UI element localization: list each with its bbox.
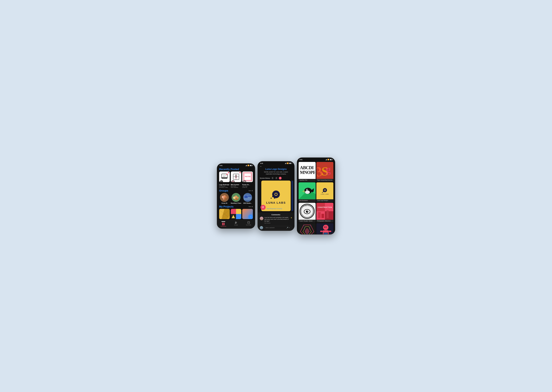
comments-section: Comments: Love the forms and symbolism, … [258, 212, 294, 225]
grid-item-learn-visually[interactable]: ·LEARN·VISUA· "Learn Visually" Sticker [299, 203, 316, 222]
my-project-thumb-2[interactable] [231, 209, 241, 219]
svg-point-71 [324, 190, 326, 191]
project-image-wrapper: LUNA LABS View Responses To Survey [259, 181, 293, 211]
wifi-icon-3: 📶 [327, 159, 329, 161]
svg-rect-37 [222, 223, 223, 224]
version-history-bar: Version History 1 2 3 [258, 176, 294, 181]
groups-see-all[interactable]: See all [248, 190, 253, 191]
version-dot-3[interactable]: 3 [279, 177, 282, 180]
thumb-poster: POSTER [242, 171, 253, 182]
comment-input-field[interactable]: Add a comment 🎤 ✏ [264, 226, 292, 230]
card-meta-1: Logo Redesign Leo Browne Branding 2 Clas… [219, 182, 230, 188]
groups-row: Group 4A Branding 2 Class [217, 193, 255, 204]
web-symbol-icon [232, 173, 240, 180]
version-dot-2[interactable]: 2 [275, 177, 278, 180]
group-name-2: Branding 2 Class [231, 203, 241, 204]
mic-icon[interactable]: 🎤 [286, 227, 288, 229]
thumb-logo-redesign [219, 171, 230, 182]
my-projects-title: My Projects [219, 205, 233, 208]
group-avatar-2 [232, 193, 240, 202]
detail-title: Luna Logo Designs [260, 168, 292, 170]
group-name-1: Group 4A [219, 203, 230, 204]
survey-link[interactable]: View Responses To Survey [267, 208, 282, 210]
grid-item-figure[interactable] [316, 223, 333, 234]
svg-point-72 [323, 191, 324, 192]
groups-icon-1 [235, 221, 237, 224]
thumb-web-symbol [231, 171, 241, 182]
survey-button[interactable] [261, 205, 266, 210]
card-web-symbol[interactable]: Web Symbol Mia Green 2024 Students [231, 171, 241, 188]
grid-item-type-overprint[interactable]: 3 S g Type Overprinting Exercise [316, 162, 333, 182]
status-icons-3: 📶 [326, 159, 332, 161]
comment-input-row: Add a comment 🎤 ✏ [258, 225, 294, 231]
group-item-1[interactable]: Group 4A [219, 193, 230, 204]
battery-icon-1 [250, 165, 252, 166]
status-icons-1: 📶 [246, 165, 252, 166]
svg-point-96 [323, 225, 328, 230]
signal-icon-3 [326, 159, 327, 160]
svg-point-20 [224, 198, 226, 200]
card-meta-3: Poster Se... Alex Gray Group 4a [242, 182, 253, 188]
group-avatar-1 [220, 193, 229, 202]
my-projects-see-all[interactable]: See all [248, 206, 253, 207]
svg-rect-100 [320, 231, 323, 232]
draw-icon[interactable]: ✏ [289, 227, 290, 229]
luna-logo-svg [268, 187, 284, 200]
grid-item-branding[interactable]: Branding Class [299, 223, 316, 234]
card-poster[interactable]: POSTER Poster Se... Alex Gray Group 4a [242, 171, 253, 188]
time-2: 9:41 [260, 162, 263, 164]
svg-rect-38 [224, 223, 225, 224]
nav-label-dashboard-1: Dashboard [221, 226, 226, 227]
grid-item-bird[interactable]: Bird Illustration [299, 182, 316, 202]
branding-thumb [299, 223, 316, 234]
grid-item-construction[interactable]: CONSTRUCTION Photography Slideshow [316, 203, 333, 222]
card-author-3: Alex Gray [242, 185, 253, 187]
svg-rect-88 [329, 213, 332, 218]
nav-label-profile-1: My Profile [246, 224, 251, 226]
comment-row-1: Love the forms and symbolism, but maybe … [260, 217, 292, 224]
grid-item-luna[interactable]: LUNA LABS Luna Logo Designs [316, 182, 333, 202]
card-title-2: Web Symbol [231, 184, 241, 185]
my-project-thumb-3[interactable]: ↑ [242, 209, 253, 219]
svg-rect-101 [329, 231, 331, 232]
comment-author-1: Mia Greene [264, 222, 290, 224]
grid-item-typeface[interactable]: ABCDI MNOPE Typeface Test [299, 162, 316, 182]
type-overprint-thumb: 3 S g [316, 162, 333, 179]
nav-groups-1[interactable]: Groups [230, 221, 242, 227]
svg-rect-83 [325, 211, 334, 220]
svg-text:POSTER: POSTER [245, 176, 250, 177]
card-group-1: Branding 2 Class [219, 187, 230, 188]
star-icon[interactable]: ★ [291, 217, 292, 219]
nav-myprofile-1[interactable]: My Profile [242, 221, 255, 227]
luna-text: LUNA LABS [266, 201, 286, 204]
svg-rect-85 [318, 212, 321, 218]
typeface-art: ABCDI MNOPE [299, 162, 316, 179]
my-project-thumb-1[interactable] [219, 209, 230, 219]
card-logo-redesign[interactable]: Logo Redesign Leo Browne Branding 2 Clas… [219, 171, 230, 188]
signal-icon-1 [246, 165, 247, 166]
nav-dashboard-1[interactable]: Dashboard [217, 221, 230, 227]
luna-logo-image: LUNA LABS [261, 181, 291, 211]
side-stripe [291, 181, 293, 211]
card-group-3: Group 4a [242, 187, 253, 188]
phone2-screen: 9:41 📶 ← Luna Logo Designs Identity syst… [258, 161, 294, 231]
status-icons-2: 📶 [285, 162, 292, 164]
status-bar-2: 9:41 📶 [258, 161, 294, 165]
group-item-3[interactable]: 2024 Studen... [242, 193, 253, 204]
luna-thumb: LUNA LABS [316, 182, 333, 199]
typeface-thumb: ABCDI MNOPE [299, 162, 316, 179]
bottom-nav-1: Dashboard Groups My Pr [217, 220, 255, 228]
svg-rect-11 [235, 176, 237, 176]
card-meta-2: Web Symbol Mia Green 2024 Students [231, 182, 241, 188]
svg-rect-97 [324, 227, 325, 228]
phone-dashboard: 9:41 📶 Recently Posted [217, 163, 255, 229]
group-item-2[interactable]: Branding 2 Class [231, 193, 241, 204]
comments-title: Comments: [260, 214, 292, 216]
svg-text:g: g [326, 164, 331, 175]
upload-button[interactable]: ↑ [248, 215, 253, 219]
svg-point-79 [307, 211, 308, 211]
back-button[interactable]: ← [260, 165, 262, 168]
svg-point-65 [307, 189, 308, 190]
version-dot-1[interactable]: 1 [271, 177, 274, 180]
svg-rect-30 [248, 196, 251, 197]
